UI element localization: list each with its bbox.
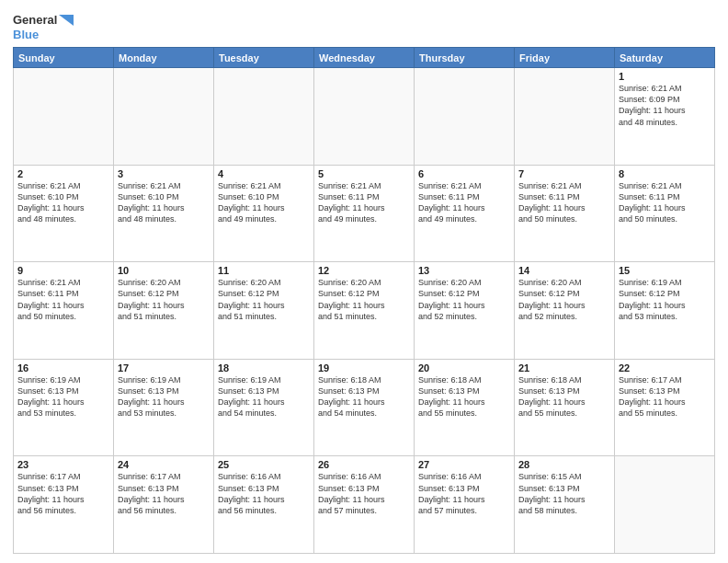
svg-marker-0 [59, 15, 74, 26]
day-number: 19 [318, 362, 410, 373]
day-info: Sunrise: 6:16 AM Sunset: 6:13 PM Dayligh… [318, 471, 410, 516]
day-info: Sunrise: 6:21 AM Sunset: 6:10 PM Dayligh… [17, 180, 109, 225]
logo: General Blue [13, 9, 74, 41]
day-info: Sunrise: 6:21 AM Sunset: 6:11 PM Dayligh… [518, 180, 610, 225]
day-info: Sunrise: 6:21 AM Sunset: 6:09 PM Dayligh… [619, 83, 711, 128]
day-info: Sunrise: 6:20 AM Sunset: 6:12 PM Dayligh… [518, 277, 610, 322]
day-number: 16 [17, 362, 109, 373]
day-number: 1 [619, 71, 711, 82]
day-info: Sunrise: 6:19 AM Sunset: 6:13 PM Dayligh… [118, 374, 210, 419]
day-info: Sunrise: 6:20 AM Sunset: 6:12 PM Dayligh… [118, 277, 210, 322]
calendar-cell: 10Sunrise: 6:20 AM Sunset: 6:12 PM Dayli… [114, 262, 214, 360]
calendar-cell: 24Sunrise: 6:17 AM Sunset: 6:13 PM Dayli… [114, 456, 214, 554]
weekday-header: Saturday [615, 48, 715, 68]
day-number: 23 [17, 459, 109, 470]
day-number: 14 [518, 265, 610, 276]
day-number: 20 [418, 362, 510, 373]
day-number: 11 [218, 265, 310, 276]
day-info: Sunrise: 6:16 AM Sunset: 6:13 PM Dayligh… [418, 471, 510, 516]
header: General Blue [13, 9, 715, 41]
day-number: 18 [218, 362, 310, 373]
logo-arrow-icon [59, 15, 74, 26]
calendar-cell: 21Sunrise: 6:18 AM Sunset: 6:13 PM Dayli… [515, 359, 615, 456]
calendar-cell [615, 456, 715, 554]
calendar-cell: 27Sunrise: 6:16 AM Sunset: 6:13 PM Dayli… [415, 456, 515, 554]
calendar-cell: 7Sunrise: 6:21 AM Sunset: 6:11 PM Daylig… [515, 165, 615, 262]
logo-blue: Blue [13, 28, 39, 41]
day-info: Sunrise: 6:18 AM Sunset: 6:13 PM Dayligh… [418, 374, 510, 419]
day-info: Sunrise: 6:18 AM Sunset: 6:13 PM Dayligh… [518, 374, 610, 419]
day-info: Sunrise: 6:21 AM Sunset: 6:10 PM Dayligh… [218, 180, 310, 225]
calendar-cell: 2Sunrise: 6:21 AM Sunset: 6:10 PM Daylig… [14, 165, 114, 262]
day-number: 22 [619, 362, 711, 373]
calendar-cell [214, 68, 314, 166]
day-number: 10 [118, 265, 210, 276]
calendar-cell: 17Sunrise: 6:19 AM Sunset: 6:13 PM Dayli… [114, 359, 214, 456]
calendar-cell: 22Sunrise: 6:17 AM Sunset: 6:13 PM Dayli… [615, 359, 715, 456]
day-info: Sunrise: 6:20 AM Sunset: 6:12 PM Dayligh… [418, 277, 510, 322]
day-info: Sunrise: 6:18 AM Sunset: 6:13 PM Dayligh… [318, 374, 410, 419]
weekday-header: Thursday [415, 48, 515, 68]
day-number: 4 [218, 168, 310, 179]
day-number: 26 [318, 459, 410, 470]
day-info: Sunrise: 6:19 AM Sunset: 6:13 PM Dayligh… [218, 374, 310, 419]
calendar-cell: 25Sunrise: 6:16 AM Sunset: 6:13 PM Dayli… [214, 456, 314, 554]
calendar-cell: 19Sunrise: 6:18 AM Sunset: 6:13 PM Dayli… [314, 359, 415, 456]
day-info: Sunrise: 6:20 AM Sunset: 6:12 PM Dayligh… [318, 277, 410, 322]
day-info: Sunrise: 6:21 AM Sunset: 6:11 PM Dayligh… [418, 180, 510, 225]
day-number: 3 [118, 168, 210, 179]
day-number: 17 [118, 362, 210, 373]
calendar-cell: 15Sunrise: 6:19 AM Sunset: 6:12 PM Dayli… [615, 262, 715, 360]
calendar-cell: 13Sunrise: 6:20 AM Sunset: 6:12 PM Dayli… [415, 262, 515, 360]
calendar-cell [14, 68, 114, 166]
page: General Blue SundayMondayTuesdayWednesda… [0, 0, 728, 563]
calendar-cell: 3Sunrise: 6:21 AM Sunset: 6:10 PM Daylig… [114, 165, 214, 262]
weekday-header: Friday [515, 48, 615, 68]
day-info: Sunrise: 6:20 AM Sunset: 6:12 PM Dayligh… [218, 277, 310, 322]
calendar-cell: 28Sunrise: 6:15 AM Sunset: 6:13 PM Dayli… [515, 456, 615, 554]
calendar-cell [314, 68, 415, 166]
day-number: 27 [418, 459, 510, 470]
calendar-cell: 6Sunrise: 6:21 AM Sunset: 6:11 PM Daylig… [415, 165, 515, 262]
calendar-cell: 16Sunrise: 6:19 AM Sunset: 6:13 PM Dayli… [14, 359, 114, 456]
weekday-header: Tuesday [214, 48, 314, 68]
day-info: Sunrise: 6:21 AM Sunset: 6:11 PM Dayligh… [619, 180, 711, 225]
calendar-cell: 9Sunrise: 6:21 AM Sunset: 6:11 PM Daylig… [14, 262, 114, 360]
day-number: 15 [619, 265, 711, 276]
day-number: 2 [17, 168, 109, 179]
calendar-cell [515, 68, 615, 166]
day-info: Sunrise: 6:19 AM Sunset: 6:12 PM Dayligh… [619, 277, 711, 322]
day-number: 13 [418, 265, 510, 276]
calendar-cell: 23Sunrise: 6:17 AM Sunset: 6:13 PM Dayli… [14, 456, 114, 554]
calendar: SundayMondayTuesdayWednesdayThursdayFrid… [13, 47, 715, 554]
day-info: Sunrise: 6:21 AM Sunset: 6:11 PM Dayligh… [318, 180, 410, 225]
day-info: Sunrise: 6:21 AM Sunset: 6:11 PM Dayligh… [17, 277, 109, 322]
weekday-header: Monday [114, 48, 214, 68]
logo-text-block: General Blue [13, 13, 74, 41]
calendar-cell: 5Sunrise: 6:21 AM Sunset: 6:11 PM Daylig… [314, 165, 415, 262]
day-number: 12 [318, 265, 410, 276]
day-number: 21 [518, 362, 610, 373]
calendar-cell [114, 68, 214, 166]
weekday-header: Sunday [14, 48, 114, 68]
calendar-cell [415, 68, 515, 166]
day-number: 25 [218, 459, 310, 470]
calendar-cell: 18Sunrise: 6:19 AM Sunset: 6:13 PM Dayli… [214, 359, 314, 456]
calendar-cell: 4Sunrise: 6:21 AM Sunset: 6:10 PM Daylig… [214, 165, 314, 262]
day-info: Sunrise: 6:17 AM Sunset: 6:13 PM Dayligh… [17, 471, 109, 516]
day-number: 9 [17, 265, 109, 276]
calendar-cell: 12Sunrise: 6:20 AM Sunset: 6:12 PM Dayli… [314, 262, 415, 360]
day-info: Sunrise: 6:17 AM Sunset: 6:13 PM Dayligh… [619, 374, 711, 419]
day-number: 5 [318, 168, 410, 179]
calendar-cell: 14Sunrise: 6:20 AM Sunset: 6:12 PM Dayli… [515, 262, 615, 360]
calendar-cell: 11Sunrise: 6:20 AM Sunset: 6:12 PM Dayli… [214, 262, 314, 360]
calendar-cell: 8Sunrise: 6:21 AM Sunset: 6:11 PM Daylig… [615, 165, 715, 262]
day-number: 6 [418, 168, 510, 179]
day-number: 8 [619, 168, 711, 179]
day-number: 24 [118, 459, 210, 470]
day-info: Sunrise: 6:19 AM Sunset: 6:13 PM Dayligh… [17, 374, 109, 419]
calendar-cell: 26Sunrise: 6:16 AM Sunset: 6:13 PM Dayli… [314, 456, 415, 554]
day-number: 7 [518, 168, 610, 179]
day-info: Sunrise: 6:16 AM Sunset: 6:13 PM Dayligh… [218, 471, 310, 516]
calendar-cell: 20Sunrise: 6:18 AM Sunset: 6:13 PM Dayli… [415, 359, 515, 456]
